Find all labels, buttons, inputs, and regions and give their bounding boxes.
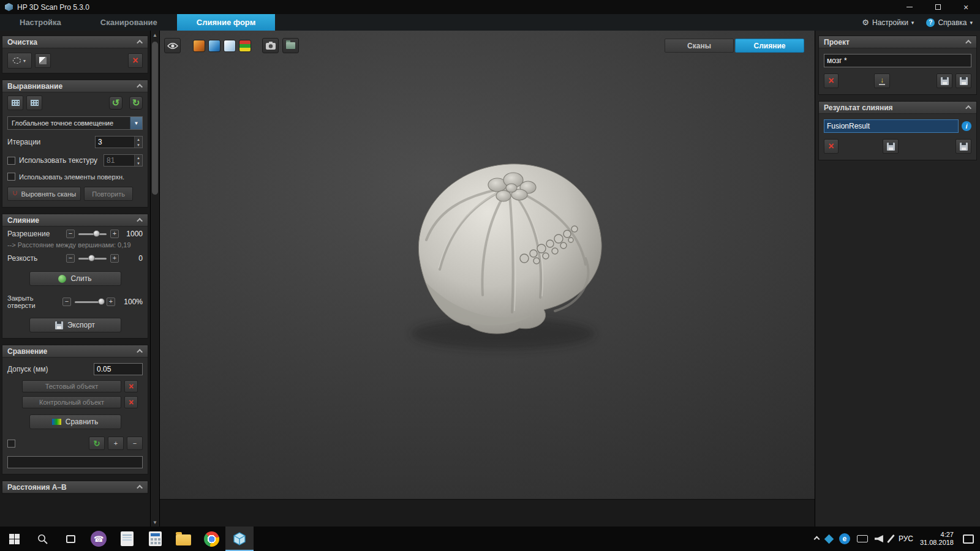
collapse-icon[interactable] [137, 40, 143, 46]
tray-app-icon[interactable] [824, 534, 834, 544]
iterations-spinner[interactable]: ▲ ▼ [134, 137, 142, 148]
align-scans-button[interactable]: ∩ Выровнять сканы [7, 187, 81, 201]
slider-thumb[interactable] [93, 230, 100, 237]
visibility-button[interactable] [164, 38, 181, 53]
fuse-button[interactable]: Слить [29, 271, 121, 286]
compare-button[interactable]: Сравнить [29, 414, 121, 429]
iterations-input[interactable]: ▲ ▼ [95, 136, 143, 148]
viewport-3d[interactable]: Сканы Слияние [160, 31, 815, 527]
taskbar-app-hp3dscan[interactable] [225, 527, 254, 551]
test-object-button[interactable]: Тестовый объект [22, 380, 121, 392]
scanned-model[interactable] [383, 129, 628, 367]
touch-keyboard-icon[interactable] [857, 535, 868, 542]
pairwise-align-button[interactable] [7, 96, 23, 110]
fusion-header[interactable]: Слияние [2, 214, 148, 227]
sharpness-plus-button[interactable]: + [110, 254, 119, 263]
remove-button[interactable]: − [127, 437, 143, 450]
save-as-button[interactable] [937, 73, 952, 88]
project-name-input[interactable] [824, 54, 971, 67]
cleaning-header[interactable]: Очистка [2, 36, 148, 48]
spin-down-icon[interactable]: ▼ [135, 142, 142, 148]
resolution-slider[interactable] [78, 233, 107, 235]
undo-button[interactable]: ↺ [109, 96, 123, 110]
search-button[interactable] [28, 527, 56, 551]
clock[interactable]: 4:27 31.08.2018 [920, 531, 954, 547]
spin-up-icon[interactable]: ▲ [135, 155, 142, 160]
collapse-icon[interactable] [137, 485, 143, 491]
tolerance-input[interactable] [94, 363, 143, 375]
selection-tool-button[interactable]: ▼ [7, 53, 32, 69]
holes-minus-button[interactable]: − [62, 298, 71, 306]
fusion-result-name-input[interactable] [824, 119, 959, 133]
delete-result-button[interactable]: × [824, 139, 839, 154]
notification-center-icon[interactable] [963, 534, 974, 544]
refresh-button[interactable]: ↻ [89, 437, 105, 450]
close-button[interactable]: × [952, 0, 980, 14]
collapse-icon[interactable] [137, 84, 143, 90]
delete-project-button[interactable]: × [824, 73, 839, 88]
screenshot-button[interactable] [262, 38, 279, 53]
sharpness-minus-button[interactable]: − [66, 254, 75, 263]
repeat-button[interactable]: Повторить [84, 187, 133, 201]
holes-plus-button[interactable]: + [107, 298, 115, 306]
tray-expand-icon[interactable] [813, 536, 820, 542]
settings-menu[interactable]: ⚙ Настройки ▾ [862, 18, 914, 27]
use-texture-checkbox[interactable] [7, 157, 15, 165]
shaded-view-icon[interactable] [208, 40, 221, 52]
distances-header[interactable]: Расстояния A–B [2, 481, 148, 493]
pen-icon[interactable] [887, 534, 895, 543]
global-align-button[interactable] [26, 96, 42, 110]
language-indicator[interactable]: РУС [899, 534, 913, 543]
slider-thumb[interactable] [88, 255, 95, 261]
minimize-button[interactable] [895, 0, 924, 14]
collapse-icon[interactable] [137, 218, 143, 224]
save-result-button[interactable] [956, 139, 971, 154]
scans-view-button[interactable]: Сканы [665, 39, 734, 53]
fusion-view-button[interactable]: Слияние [735, 39, 804, 53]
collapse-icon[interactable] [965, 40, 971, 46]
comparison-result-field[interactable] [7, 456, 143, 468]
scroll-down-icon[interactable]: ▼ [151, 518, 159, 527]
help-menu[interactable]: ? Справка ▾ [926, 18, 973, 27]
alignment-header[interactable]: Выравнивание [2, 80, 148, 92]
delete-selection-button[interactable]: × [128, 53, 143, 68]
left-panel-scrollbar[interactable]: ▲ ▼ [150, 31, 160, 527]
fusion-result-header[interactable]: Результат слияния [819, 102, 976, 114]
tab-scanning[interactable]: Сканирование [81, 14, 177, 31]
spin-down-icon[interactable]: ▼ [135, 160, 142, 166]
brush-tool-button[interactable] [35, 53, 51, 68]
texture-quality-input[interactable]: ▲ ▼ [104, 154, 143, 167]
slider-thumb[interactable] [98, 298, 105, 305]
dropdown-arrow-icon[interactable]: ▼ [130, 117, 142, 129]
spin-up-icon[interactable]: ▲ [135, 137, 142, 142]
export-button[interactable]: Экспорт [29, 318, 121, 332]
taskbar-app-chrome[interactable] [197, 527, 225, 551]
texture-quality-field[interactable] [104, 155, 134, 166]
import-project-button[interactable]: ↓ [874, 73, 890, 88]
iterations-field[interactable] [96, 137, 134, 148]
resolution-minus-button[interactable]: − [66, 230, 75, 238]
project-header[interactable]: Проект [819, 36, 976, 48]
info-icon[interactable]: i [962, 121, 971, 131]
collapse-icon[interactable] [965, 105, 971, 111]
alignment-mode-dropdown[interactable]: Глобальное точное совмещение ▼ [7, 116, 143, 130]
sharpness-slider[interactable] [78, 258, 107, 260]
control-object-button[interactable]: Контрольный объект [22, 396, 121, 408]
comparison-header[interactable]: Сравнение [2, 345, 148, 358]
start-button[interactable] [0, 527, 28, 551]
tab-fusion[interactable]: Слияние форм [177, 14, 275, 31]
texture-spinner[interactable]: ▲ ▼ [134, 155, 142, 166]
export-result-button[interactable] [883, 139, 899, 154]
taskbar-app-viber[interactable]: ☎ [85, 527, 113, 551]
redo-button[interactable]: ↻ [129, 96, 143, 110]
taskbar-app-calculator[interactable] [141, 527, 169, 551]
compare-option-checkbox[interactable] [7, 440, 15, 448]
task-view-button[interactable] [56, 527, 85, 551]
clear-control-object-button[interactable]: × [124, 396, 138, 408]
clear-test-object-button[interactable]: × [124, 380, 138, 392]
scroll-up-icon[interactable]: ▲ [151, 31, 159, 39]
colormap-view-icon[interactable] [239, 40, 251, 52]
resolution-plus-button[interactable]: + [110, 230, 119, 238]
monochrome-view-icon[interactable] [224, 40, 236, 52]
scrollbar-thumb[interactable] [152, 42, 158, 195]
